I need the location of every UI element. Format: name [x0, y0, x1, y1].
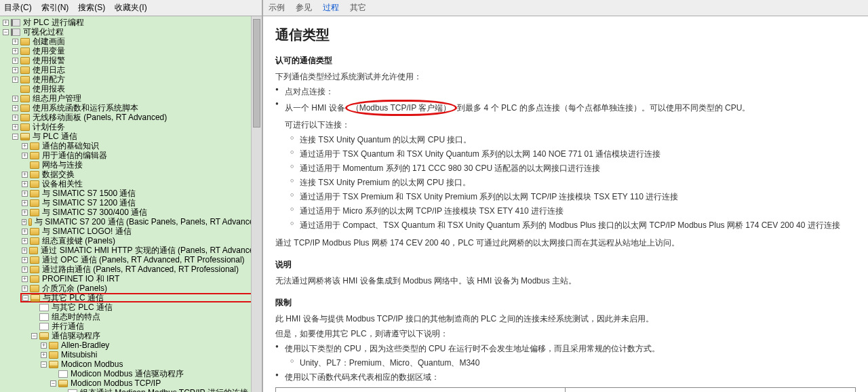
expand-icon[interactable]: +	[12, 48, 18, 54]
tree-item[interactable]: Modicon Modbus 通信驱动程序	[70, 369, 184, 378]
tree-item[interactable]: 使用系统函数和运行系统脚本	[32, 103, 139, 113]
menu-index[interactable]: 索引(N)	[41, 2, 69, 14]
expand-icon[interactable]: +	[22, 238, 28, 244]
tree-item[interactable]: 并行通信	[51, 321, 85, 331]
tree-item[interactable]: 计划任务	[32, 122, 66, 132]
expand-icon[interactable]: +	[12, 58, 18, 64]
tree-item[interactable]: 组态通过 Modicon Modbus TCP/IP 进行的连接	[79, 388, 249, 392]
bullet: 从一个 HMI 设备（Modbus TCP/IP 客户端）到最多 4 个 PLC…	[275, 100, 856, 116]
collapse-icon[interactable]: −	[12, 134, 18, 140]
folder-icon	[20, 57, 30, 64]
tree-item[interactable]: 与 SIMATIC LOGO! 通信	[41, 227, 132, 236]
expand-icon[interactable]: +	[12, 105, 18, 111]
tree-item[interactable]: 组态用户管理	[32, 94, 82, 103]
tree-item[interactable]: 通过路由通信 (Panels, RT Advanced, RT Professi…	[41, 264, 239, 274]
expand-icon[interactable]: +	[12, 124, 18, 130]
expand-icon[interactable]: +	[22, 286, 28, 292]
folder-icon	[20, 76, 30, 83]
expand-icon[interactable]: +	[12, 96, 18, 102]
expand-icon[interactable]: +	[22, 172, 28, 178]
expand-icon[interactable]: +	[12, 39, 18, 45]
tree-item[interactable]: 用于通信的编辑器	[41, 151, 108, 160]
expand-icon[interactable]: +	[41, 352, 47, 358]
collapse-icon[interactable]: −	[22, 295, 28, 301]
tree-item[interactable]: 通信的基础知识	[41, 141, 100, 151]
tree-item[interactable]: 使用报表	[32, 84, 66, 94]
expand-icon[interactable]: +	[12, 115, 18, 121]
collapse-icon[interactable]: −	[31, 333, 37, 339]
tree-item[interactable]: PROFINET IO 和 IRT	[41, 274, 120, 283]
tree-item[interactable]: 通过 OPC 通信 (Panels, RT Advanced, RT Profe…	[41, 255, 245, 264]
collapse-icon[interactable]: −	[3, 29, 9, 35]
expand-icon[interactable]: +	[22, 210, 28, 216]
content-pane[interactable]: 通信类型 认可的通信类型 下列通信类型经过系统测试并允许使用： 点对点连接： 从…	[263, 16, 868, 392]
expand-icon[interactable]: +	[22, 267, 28, 273]
tree-item[interactable]: 数据交换	[41, 170, 75, 179]
tree-item[interactable]: 与 SIMATIC S7 1200 通信	[41, 198, 137, 208]
nav-tree[interactable]: +对 PLC 进行编程 −可视化过程 +创建画面 +使用变量 +使用报警 +使用…	[0, 16, 263, 392]
expand-icon[interactable]: +	[22, 200, 28, 206]
page-icon	[39, 313, 49, 321]
sub-bullet: 通过适用于 TSX Premium 和 TSX Unity Premium 系列…	[275, 191, 856, 203]
tab-example[interactable]: 示例	[269, 2, 285, 14]
tree-item[interactable]: 介质冗余 (Panels)	[41, 283, 108, 293]
sub-bullet: 通过适用于 Micro 系列的以太网 TCP/IP 连接模块 TSX ETY 4…	[275, 205, 856, 217]
folder-icon	[30, 161, 39, 169]
expand-icon[interactable]: +	[22, 191, 28, 197]
tree-item[interactable]: Mitsubishi	[60, 350, 98, 359]
tree-item[interactable]: 与 SIMATIC S7 300/400 通信	[41, 208, 148, 217]
tree-item[interactable]: 通过 SIMATIC HMI HTTP 实现的通信 (Panels, RT Ad…	[40, 246, 262, 255]
tree-item[interactable]: Modicon Modbus	[60, 359, 123, 369]
collapse-icon[interactable]: −	[50, 380, 56, 387]
tab-seealso[interactable]: 参见	[296, 2, 312, 14]
tree-item[interactable]: 通信驱动程序	[51, 331, 101, 340]
para: 此 HMI 设备与提供 Modbus TCP/IP 接口的其他制造商的 PLC …	[275, 313, 856, 325]
expand-icon[interactable]: +	[12, 67, 18, 73]
tree-item[interactable]: 对 PLC 进行编程	[22, 18, 85, 27]
tree-item-highlight[interactable]: 与其它 PLC 通信	[42, 293, 104, 302]
expand-icon[interactable]: +	[22, 257, 28, 263]
tree-item[interactable]: 组态时的特点	[51, 312, 101, 321]
tree-item[interactable]: 与 PLC 通信	[32, 132, 78, 141]
tree-item[interactable]: 使用报警	[32, 56, 66, 65]
tree-item[interactable]: Modicon Modbus TCP/IP	[70, 378, 161, 388]
tree-item[interactable]: 与 SIMATIC S7 1500 通信	[41, 189, 137, 198]
menu-search[interactable]: 搜索(S)	[78, 2, 105, 14]
expand-icon[interactable]: +	[3, 20, 9, 26]
tab-other[interactable]: 其它	[350, 2, 366, 14]
tree-item[interactable]: 无线移动面板 (Panels, RT Advanced)	[32, 113, 167, 122]
tree-item[interactable]: 使用变量	[32, 46, 66, 56]
tree-item[interactable]: 与其它 PLC 通信	[51, 302, 113, 312]
expand-icon[interactable]: +	[22, 143, 28, 149]
expand-icon[interactable]: +	[22, 219, 26, 225]
menu-toc[interactable]: 目录(C)	[4, 2, 32, 14]
tree-item[interactable]: 设备相关性	[41, 179, 83, 189]
scroll-thumb[interactable]	[253, 19, 260, 128]
tree-item[interactable]: 网络与连接	[41, 160, 83, 170]
folder-icon	[30, 199, 39, 207]
folder-icon	[30, 142, 39, 150]
tree-item[interactable]: Allen-Bradley	[60, 340, 110, 350]
expand-icon[interactable]: +	[22, 229, 28, 235]
expand-icon[interactable]: +	[22, 153, 28, 159]
expand-icon[interactable]: +	[22, 276, 28, 282]
tree-item[interactable]: 与 SIMATIC S7 200 通信 (Basic Panels, Panel…	[34, 217, 262, 227]
menu-fav[interactable]: 收藏夹(I)	[115, 2, 146, 14]
section-heading: 说明	[275, 258, 856, 271]
tree-item[interactable]: 使用配方	[32, 75, 66, 84]
collapse-icon[interactable]: −	[41, 361, 47, 368]
folder-icon	[30, 180, 39, 188]
tree-scrollbar[interactable]	[251, 16, 262, 392]
tree-item[interactable]: 使用日志	[32, 65, 66, 75]
tree-item[interactable]: 组态直接键 (Panels)	[41, 236, 116, 246]
expand-icon[interactable]: +	[22, 248, 27, 254]
tree-item[interactable]: 创建画面	[32, 37, 66, 46]
folder-icon	[30, 171, 39, 178]
expand-icon[interactable]: +	[22, 181, 28, 187]
tree-item[interactable]: 可视化过程	[22, 27, 64, 37]
data-table: 读取函数代码 地址范围 01 ReadCoilStatus 0x / %M DI…	[275, 387, 856, 392]
expand-icon[interactable]: +	[41, 342, 47, 349]
expand-icon[interactable]: +	[12, 77, 18, 83]
tab-proc[interactable]: 过程	[323, 2, 339, 14]
folder-icon	[20, 38, 30, 45]
